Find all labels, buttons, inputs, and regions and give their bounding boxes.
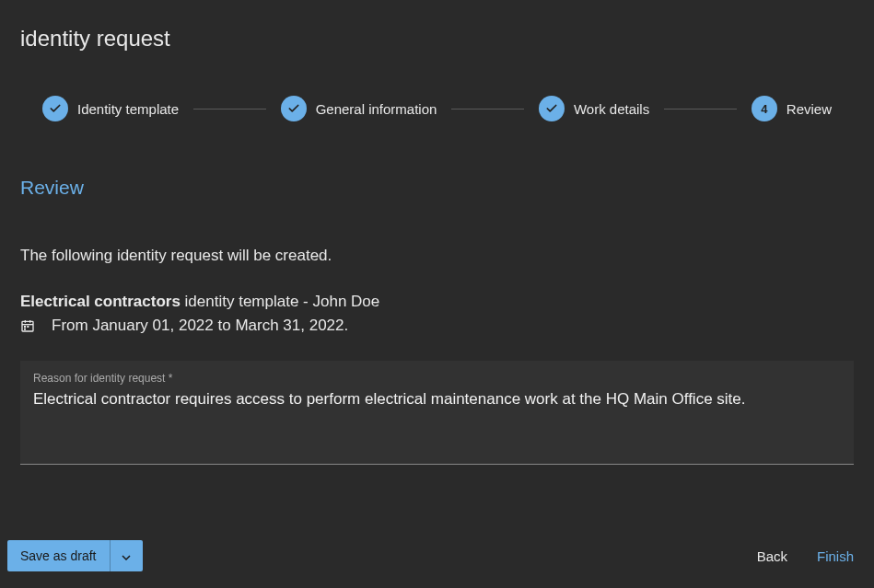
person-name: John Doe <box>312 293 379 310</box>
left-actions: Save as draft <box>7 540 143 571</box>
reason-text: Electrical contractor requires access to… <box>33 388 841 410</box>
step-connector <box>193 109 266 110</box>
footer: Save as draft Back Finish <box>0 535 874 588</box>
calendar-icon <box>20 318 35 333</box>
step-label: Identity template <box>77 101 179 117</box>
check-icon <box>42 96 68 121</box>
template-name: Electrical contractors <box>20 293 181 310</box>
caret-down-icon <box>122 549 131 563</box>
page-title: identity request <box>20 26 854 52</box>
reason-label: Reason for identity request * <box>33 372 841 385</box>
check-icon <box>281 96 307 121</box>
save-as-draft-button[interactable]: Save as draft <box>7 540 110 571</box>
review-section: Review The following identity request wi… <box>20 177 854 465</box>
step-identity-template[interactable]: Identity template <box>42 96 179 121</box>
page-container: identity request Identity template Gener… <box>0 0 874 588</box>
reason-field[interactable]: Reason for identity request * Electrical… <box>20 361 854 465</box>
save-as-draft-dropdown-button[interactable] <box>110 540 143 571</box>
step-general-information[interactable]: General information <box>281 96 437 121</box>
svg-rect-6 <box>24 329 26 330</box>
finish-button[interactable]: Finish <box>817 548 854 564</box>
step-connector <box>451 109 524 110</box>
step-label: General information <box>316 101 437 117</box>
check-icon <box>539 96 565 121</box>
review-date-line: From January 01, 2022 to March 31, 2022. <box>20 317 854 335</box>
step-number-icon: 4 <box>752 96 777 121</box>
step-label: Work details <box>574 101 649 117</box>
step-work-details[interactable]: Work details <box>539 96 649 121</box>
date-range-text: From January 01, 2022 to March 31, 2022. <box>52 317 348 335</box>
svg-rect-4 <box>24 326 26 328</box>
review-intro: The following identity request will be c… <box>20 247 854 265</box>
step-review[interactable]: 4 Review <box>752 96 832 121</box>
right-actions: Back Finish <box>757 548 854 564</box>
stepper: Identity template General information Wo… <box>42 96 832 121</box>
review-template-line: Electrical contractors identity template… <box>20 293 854 311</box>
step-label: Review <box>787 101 832 117</box>
review-heading: Review <box>20 177 854 199</box>
back-button[interactable]: Back <box>757 548 787 564</box>
template-suffix: identity template - <box>181 293 313 310</box>
svg-rect-5 <box>27 326 29 328</box>
step-connector <box>664 109 737 110</box>
